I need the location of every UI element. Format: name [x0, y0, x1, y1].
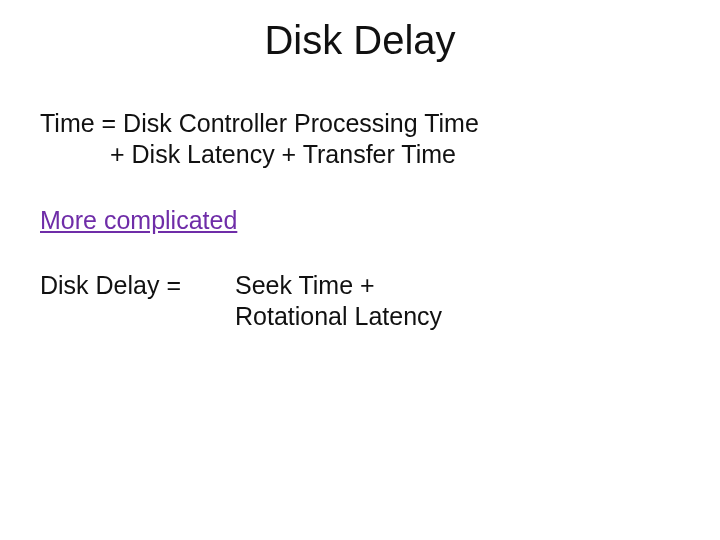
disk-delay-right-line1: Seek Time + [235, 270, 680, 301]
time-formula-line1: Time = Disk Controller Processing Time [40, 108, 680, 139]
slide: Disk Delay Time = Disk Controller Proces… [0, 0, 720, 540]
disk-delay-right-line2: Rotational Latency [235, 301, 680, 332]
subheading-more-complicated: More complicated [40, 205, 680, 236]
disk-delay-right: Seek Time + Rotational Latency [235, 270, 680, 333]
slide-title: Disk Delay [0, 18, 720, 63]
time-formula-line2: + Disk Latency + Transfer Time [40, 139, 680, 170]
disk-delay-left: Disk Delay = [40, 270, 235, 301]
disk-delay-formula: Disk Delay = Seek Time + Rotational Late… [40, 270, 680, 333]
slide-body: Time = Disk Controller Processing Time +… [40, 108, 680, 332]
